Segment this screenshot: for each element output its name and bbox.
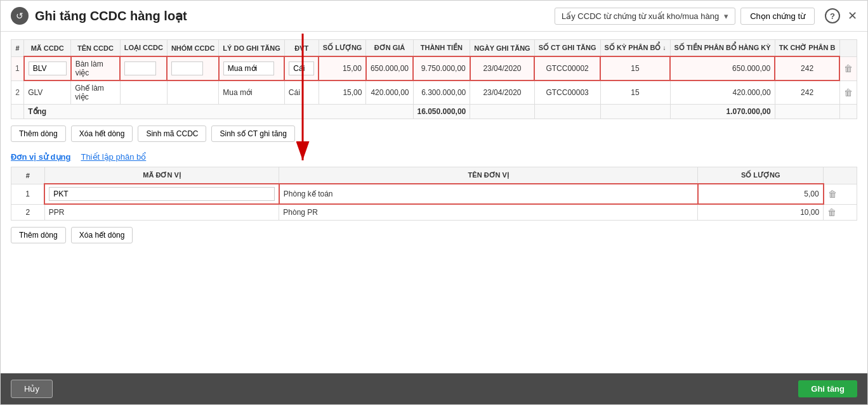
col-nhom-ccdc: NHÓM CCDC	[167, 40, 218, 57]
col-ngay-ghi-tang: NGÀY GHI TĂNG	[470, 40, 534, 57]
xoa-het-dong-bottom-button[interactable]: Xóa hết dòng	[71, 227, 133, 243]
close-button[interactable]: ✕	[848, 10, 857, 22]
ma-ccdc-input[interactable]	[29, 61, 67, 75]
tab-thiet-lap-phan-bo[interactable]: Thiết lập phân bổ	[81, 152, 146, 162]
cell-ma-ccdc: GLV	[24, 80, 71, 105]
cell-tong-so-tien-pb: 1.070.000,00	[670, 105, 775, 119]
cell-bt-so-luong: 5,00	[698, 184, 824, 204]
ly-do-input[interactable]	[223, 61, 274, 75]
cell-loai-ccdc	[120, 80, 167, 105]
cell-thanh-tien: 6.300.000,00	[413, 80, 470, 105]
top-table-container: # MÃ CCDC TÊN CCDC LOẠI CCDC NHÓM CCDC L…	[11, 39, 857, 119]
cell-bt-ten-dv: Phòng kế toán	[279, 184, 698, 204]
col-bt-ma-dv: MÃ ĐƠN VỊ	[44, 167, 279, 184]
bottom-table-section: # MÃ ĐƠN VỊ TÊN ĐƠN VỊ SỐ LƯỢNG 1 P	[11, 167, 857, 221]
cell-ten-ccdc: Ghế làmviệc	[71, 80, 121, 105]
cell-nhom-ccdc	[167, 80, 218, 105]
col-so-ct: SỐ CT GHI TĂNG	[534, 40, 600, 57]
ghi-tang-button[interactable]: Ghi tăng	[798, 380, 857, 397]
col-ma-ccdc: MÃ CCDC	[24, 40, 71, 57]
loai-ccdc-input[interactable]	[124, 61, 156, 75]
top-action-buttons: Thêm dòng Xóa hết dòng Sinh mã CCDC Sinh…	[11, 125, 857, 142]
sinh-ma-ccdc-button[interactable]: Sinh mã CCDC	[138, 125, 206, 142]
table-header-row: # MÃ CCDC TÊN CCDC LOẠI CCDC NHÓM CCDC L…	[11, 40, 857, 57]
cell-total-empty5	[775, 105, 839, 119]
cell-so-ct: GTCC00003	[534, 80, 600, 105]
them-dong-bottom-button[interactable]: Thêm dòng	[11, 227, 66, 243]
cell-so-ky: 15	[600, 80, 670, 105]
header-controls: Lấy CCDC từ chứng từ xuất kho/mua hàng ▾…	[555, 8, 815, 25]
col-so-luong: SỐ LƯỢNG	[319, 40, 366, 57]
col-don-gia: ĐƠN GIÁ	[366, 40, 413, 57]
cell-bt-ten-dv: Phòng PR	[279, 204, 698, 220]
cell-so-ct: GTCC00002	[534, 56, 600, 80]
header-right: ? ✕	[825, 8, 857, 23]
table-row: 2 GLV Ghế làmviệc Mua mới Cái 15,00 420.…	[11, 80, 857, 105]
help-button[interactable]: ?	[825, 8, 840, 23]
cell-dvt: Cái	[284, 80, 319, 105]
huy-button[interactable]: Hủy	[11, 380, 53, 398]
cell-ngay-ghi-tang: 23/04/2020	[470, 80, 534, 105]
cell-so-ky: 15	[600, 56, 670, 80]
top-table: # MÃ CCDC TÊN CCDC LOẠI CCDC NHÓM CCDC L…	[11, 39, 857, 119]
bottom-table: # MÃ ĐƠN VỊ TÊN ĐƠN VỊ SỐ LƯỢNG 1 P	[11, 167, 857, 221]
cell-bt-delete: 🗑	[824, 184, 857, 204]
col-num: #	[11, 40, 24, 57]
ma-dv-input[interactable]	[49, 187, 275, 201]
cell-total-empty	[11, 105, 24, 119]
col-bt-so-luong: SỐ LƯỢNG	[698, 167, 824, 184]
cell-ly-do	[219, 56, 284, 80]
cell-so-tien-pb: 650.000,00	[670, 56, 775, 80]
cell-ma-ccdc	[24, 56, 71, 80]
cell-loai-ccdc	[120, 56, 167, 80]
sinh-so-ct-button[interactable]: Sinh số CT ghi tăng	[211, 125, 295, 142]
cell-so-tien-pb: 420.000,00	[670, 80, 775, 105]
delete-row-icon[interactable]: 🗑	[844, 63, 853, 74]
chon-chung-tu-button[interactable]: Chọn chứng từ	[740, 8, 815, 25]
cell-delete: 🗑	[839, 56, 857, 80]
delete-bt-row-icon[interactable]: 🗑	[827, 207, 836, 217]
cell-tong-label: Tổng	[24, 105, 413, 119]
bottom-table-header: # MÃ ĐƠN VỊ TÊN ĐƠN VỊ SỐ LƯỢNG	[11, 167, 857, 184]
col-tk-cho: TK CHỜ PHÂN B	[775, 40, 839, 57]
xoa-het-dong-top-button[interactable]: Xóa hết dòng	[71, 125, 133, 142]
col-bt-num: #	[11, 167, 45, 184]
col-ly-do: LÝ DO GHI TĂNG	[219, 40, 284, 57]
table-row: 2 PPR Phòng PR 10,00 🗑	[11, 204, 857, 220]
cell-delete: 🗑	[839, 80, 857, 105]
cell-thanh-tien: 9.750.000,00	[413, 56, 470, 80]
cell-so-luong: 15,00	[319, 80, 366, 105]
cell-tk-cho: 242	[775, 56, 839, 80]
header-icon: ↺	[11, 7, 29, 25]
cell-tk-cho: 242	[775, 80, 839, 105]
cell-nhom-ccdc	[167, 56, 218, 80]
cell-bt-num: 1	[11, 184, 45, 204]
col-actions	[839, 40, 857, 57]
cell-num: 1	[11, 56, 24, 80]
col-ten-ccdc: TÊN CCDC	[71, 40, 121, 57]
col-bt-ten-dv: TÊN ĐƠN VỊ	[279, 167, 698, 184]
cell-bt-ma-dv	[44, 184, 279, 204]
col-so-ky: SỐ KỲ PHÂN BỔ ↓	[600, 40, 670, 57]
cell-don-gia: 650.000,00	[366, 56, 413, 80]
cell-total-empty4	[600, 105, 670, 119]
bottom-action-buttons: Thêm dòng Xóa hết dòng	[11, 227, 857, 243]
main-window: ↺ Ghi tăng CCDC hàng loạt Lấy CCDC từ ch…	[0, 0, 868, 405]
cell-dvt	[284, 56, 319, 80]
footer: Hủy Ghi tăng	[1, 373, 867, 404]
nhom-ccdc-input[interactable]	[171, 61, 203, 75]
cell-bt-ma-dv: PPR	[44, 204, 279, 220]
table-row: 1 Bàn làm việc	[11, 56, 857, 80]
table-row: 1 Phòng kế toán 5,00 🗑	[11, 184, 857, 204]
source-dropdown[interactable]: Lấy CCDC từ chứng từ xuất kho/mua hàng ▾	[555, 8, 735, 25]
dvt-input[interactable]	[289, 61, 314, 75]
tab-don-vi-su-dung[interactable]: Đơn vị sử dụng	[11, 152, 70, 162]
cell-bt-delete: 🗑	[824, 204, 857, 220]
cell-so-luong: 15,00	[319, 56, 366, 80]
them-dong-top-button[interactable]: Thêm dòng	[11, 125, 66, 142]
cell-num: 2	[11, 80, 24, 105]
delete-bt-row-icon[interactable]: 🗑	[828, 189, 837, 199]
delete-row-icon[interactable]: 🗑	[844, 87, 853, 98]
cell-don-gia: 420.000,00	[366, 80, 413, 105]
col-so-tien-pb: SỐ TIỀN PHÂN BỔ HÀNG KỲ	[670, 40, 775, 57]
